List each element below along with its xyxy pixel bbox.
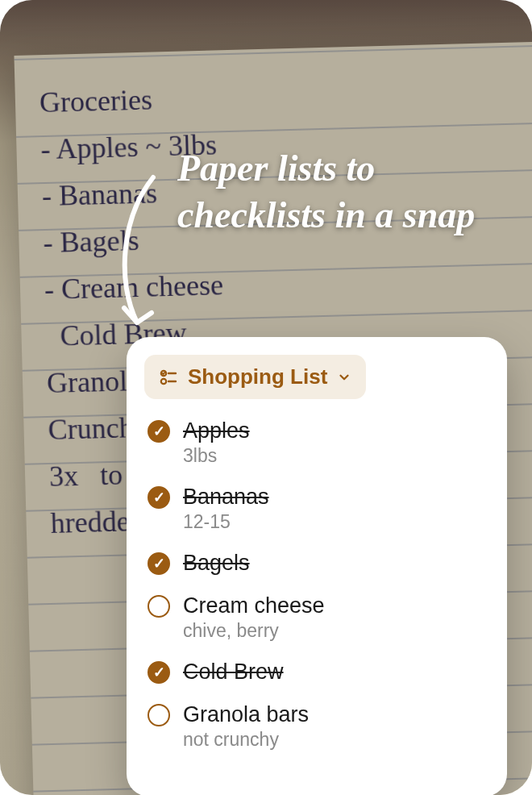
list-item: Cream cheesechive, berry [144,590,489,645]
item-checkbox[interactable] [148,486,170,509]
list-item: Granola barsnot crunchy [144,699,489,754]
item-label: Bananas [183,485,486,510]
tagline-text: Paper lists to checklists in a snap [177,145,508,238]
checklist-items: Apples3lbsBananas12-15BagelsCream cheese… [144,415,489,754]
item-label: Apples [183,418,486,443]
item-text: Granola barsnot crunchy [183,702,486,751]
promo-canvas: Groceries - Apples ~ 3lbs - Bananas - Ba… [0,0,532,795]
item-checkbox[interactable] [148,704,170,726]
arrow-icon [105,169,177,339]
list-item: Bananas12-15 [144,481,489,536]
list-item: Cold Brew [144,656,489,688]
item-subtext: 3lbs [183,445,486,467]
item-subtext: chive, berry [183,620,486,642]
item-checkbox[interactable] [148,552,170,575]
item-checkbox[interactable] [148,595,170,618]
item-text: Cold Brew [183,660,486,685]
list-item: Apples3lbs [144,415,489,470]
list-type-label: Shopping List [188,364,327,389]
checklist-card: Shopping List Apples3lbsBananas12-15Bage… [127,337,507,795]
svg-point-2 [161,378,166,383]
tagline: Paper lists to checklists in a snap [105,145,508,238]
chevron-down-icon [337,370,351,385]
item-subtext: not crunchy [183,729,486,751]
item-checkbox[interactable] [148,661,170,684]
list-type-selector[interactable]: Shopping List [144,355,366,399]
item-label: Bagels [183,551,486,576]
checklist-icon [159,368,178,387]
list-item: Bagels [144,547,489,579]
item-text: Apples3lbs [183,418,486,467]
item-text: Bagels [183,551,486,576]
item-checkbox[interactable] [148,420,170,443]
item-label: Cold Brew [183,660,486,685]
item-label: Granola bars [183,702,486,727]
item-label: Cream cheese [183,593,486,618]
item-text: Bananas12-15 [183,485,486,533]
item-subtext: 12-15 [183,511,486,533]
item-text: Cream cheesechive, berry [183,593,486,642]
